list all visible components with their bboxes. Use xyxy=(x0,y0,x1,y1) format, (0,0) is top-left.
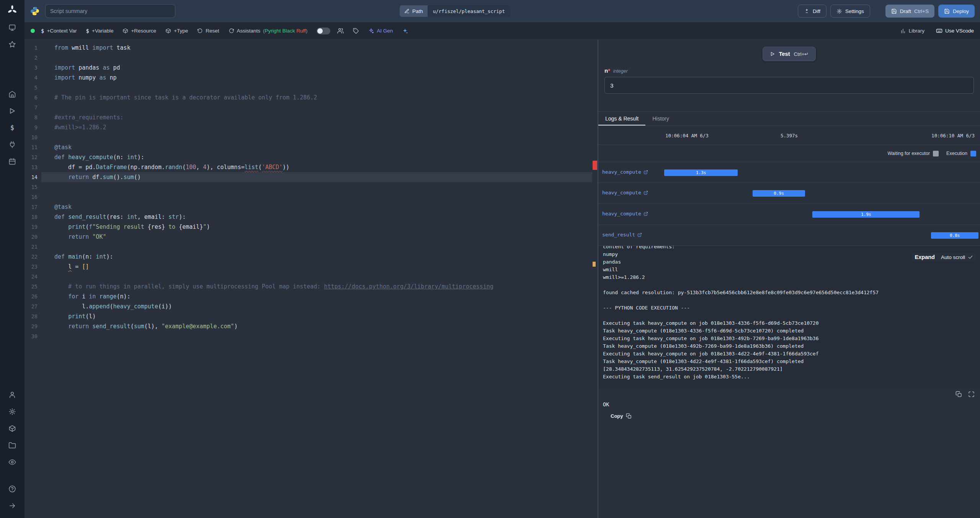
code-line[interactable]: return df.sum().sum() xyxy=(41,172,592,182)
tag-icon[interactable] xyxy=(353,28,359,34)
add-type-button[interactable]: +Type xyxy=(165,28,188,34)
bar-chart-icon xyxy=(900,28,906,34)
code-line[interactable] xyxy=(41,132,592,142)
help-icon[interactable] xyxy=(5,481,20,497)
code-line[interactable] xyxy=(41,103,592,112)
execution-bar[interactable]: 0.9s xyxy=(753,190,805,197)
deploy-button[interactable]: Deploy xyxy=(938,5,975,18)
code-token: import xyxy=(92,44,113,51)
execution-bar[interactable]: 1.3s xyxy=(664,169,737,176)
line-number: 28 xyxy=(24,311,41,321)
multiplayer-users-icon[interactable] xyxy=(337,28,344,34)
code-line[interactable]: import numpy as np xyxy=(41,73,592,83)
code-token: str xyxy=(168,213,179,220)
reset-button[interactable]: Reset xyxy=(197,28,219,34)
variables-dollar-icon[interactable]: $ xyxy=(5,120,20,135)
code-line[interactable]: # The pin is important since task is a d… xyxy=(41,93,592,103)
draft-button[interactable]: Draft Ctrl+S xyxy=(885,5,934,18)
workers-package-icon[interactable] xyxy=(5,421,20,436)
arg-n-input[interactable] xyxy=(604,77,974,94)
expand-logs-button[interactable]: Expand xyxy=(915,254,935,260)
diff-mode-toggle[interactable] xyxy=(317,28,330,34)
task-link[interactable]: send_result xyxy=(602,232,642,238)
code-token: main xyxy=(68,253,82,260)
log-area[interactable]: content of requirements: numpy pandas wm… xyxy=(598,246,980,388)
apps-icon[interactable] xyxy=(5,20,20,35)
autoscroll-toggle[interactable]: Auto scroll xyxy=(941,254,973,260)
script-path[interactable]: Path u/rfiszel/pleasant_script xyxy=(400,5,510,17)
draft-shortcut: Ctrl+S xyxy=(914,8,929,14)
code-token: ( xyxy=(182,164,186,171)
code-line[interactable]: def send_result(res: int, email: str): xyxy=(41,212,592,222)
code-line[interactable] xyxy=(41,83,592,93)
code-token: def xyxy=(54,154,65,161)
settings-button[interactable]: Settings xyxy=(830,5,870,18)
code-line[interactable]: print(l) xyxy=(41,311,592,321)
code-line[interactable] xyxy=(41,331,592,341)
task-link[interactable]: heavy_compute xyxy=(602,169,648,175)
add-variable-button[interactable]: $ +Variable xyxy=(86,28,114,34)
code-line[interactable]: # to run things in parallel, simply use … xyxy=(41,282,592,292)
error-marker xyxy=(593,161,597,170)
code-line[interactable] xyxy=(41,272,592,282)
overview-ruler[interactable] xyxy=(592,40,598,518)
code-line[interactable]: for i in range(n): xyxy=(41,292,592,301)
script-summary-input[interactable] xyxy=(45,4,175,18)
code-token: as xyxy=(103,64,109,71)
fullscreen-logs-icon[interactable] xyxy=(968,391,975,397)
copy-logs-icon[interactable] xyxy=(956,391,962,397)
code-editor[interactable]: 1234567891011121314151617181920212223242… xyxy=(24,40,598,518)
code-token xyxy=(89,233,92,240)
schedules-calendar-icon[interactable] xyxy=(5,154,20,169)
code-line[interactable]: df = pd.DataFrame(np.random.randn(100, 4… xyxy=(41,162,592,172)
library-button[interactable]: Library xyxy=(900,28,924,34)
runs-play-icon[interactable] xyxy=(5,103,20,119)
test-button[interactable]: Test Ctrl+↵ xyxy=(763,47,816,61)
code-line[interactable]: return "OK" xyxy=(41,232,592,242)
code-line[interactable]: import pandas as pd xyxy=(41,63,592,73)
code-line[interactable] xyxy=(41,242,592,252)
code-line[interactable]: #wmill>=1.286.2 xyxy=(41,122,592,132)
code-token: ( xyxy=(131,323,134,330)
task-link[interactable]: heavy_compute xyxy=(602,211,648,217)
execution-bar[interactable]: 1.9s xyxy=(812,211,920,218)
use-vscode-button[interactable]: Use VScode xyxy=(936,28,974,34)
save-icon xyxy=(891,8,897,14)
ai-sparkles-icon[interactable] xyxy=(402,28,408,34)
code-line[interactable]: def main(n: int): xyxy=(41,252,592,262)
windmill-logo[interactable] xyxy=(7,5,18,15)
code-line[interactable] xyxy=(41,53,592,63)
code-line[interactable]: @task xyxy=(41,202,592,212)
tab-history[interactable]: History xyxy=(645,112,676,125)
user-icon[interactable] xyxy=(5,387,20,402)
code-line[interactable]: def heavy_compute(n: int): xyxy=(41,152,592,162)
task-link[interactable]: heavy_compute xyxy=(602,190,648,195)
folders-icon[interactable] xyxy=(5,438,20,453)
favorites-star-icon[interactable] xyxy=(5,37,20,52)
ai-gen-button[interactable]: AI Gen xyxy=(368,28,393,34)
code-line[interactable] xyxy=(41,182,592,192)
collapse-sidebar-arrow-icon[interactable] xyxy=(5,498,20,513)
diff-button[interactable]: Diff xyxy=(798,5,826,18)
add-context-var-button[interactable]: $ +Context Var xyxy=(41,28,77,34)
code-token: ( xyxy=(110,303,113,310)
audit-logs-eye-icon[interactable] xyxy=(5,454,20,470)
code-line[interactable]: #extra_requirements: xyxy=(41,112,592,122)
execution-bar[interactable]: 0.8s xyxy=(931,232,978,239)
code-line[interactable]: l.append(heavy_compute(i)) xyxy=(41,301,592,311)
library-label: Library xyxy=(909,28,924,34)
code-line[interactable]: return send_result(sum(l), "example@exam… xyxy=(41,321,592,331)
assistants-button[interactable]: Assistants (Pyright Black Ruff) xyxy=(229,28,308,34)
code-line[interactable]: @task xyxy=(41,142,592,152)
code-line[interactable]: from wmill import task xyxy=(41,43,592,53)
add-resource-button[interactable]: +Resource xyxy=(122,28,156,34)
home-icon[interactable] xyxy=(5,86,20,102)
copy-result-button[interactable]: Copy xyxy=(608,411,635,421)
workspace-settings-gear-icon[interactable] xyxy=(5,404,20,419)
code-line[interactable]: print(f"Sending result {res} to {email}"… xyxy=(41,222,592,232)
resources-plug-icon[interactable] xyxy=(5,137,20,152)
code-line[interactable]: l = [] xyxy=(41,262,592,272)
code-token: sum xyxy=(124,174,134,181)
tab-logs-and-result[interactable]: Logs & Result xyxy=(598,112,645,125)
code-line[interactable] xyxy=(41,192,592,202)
